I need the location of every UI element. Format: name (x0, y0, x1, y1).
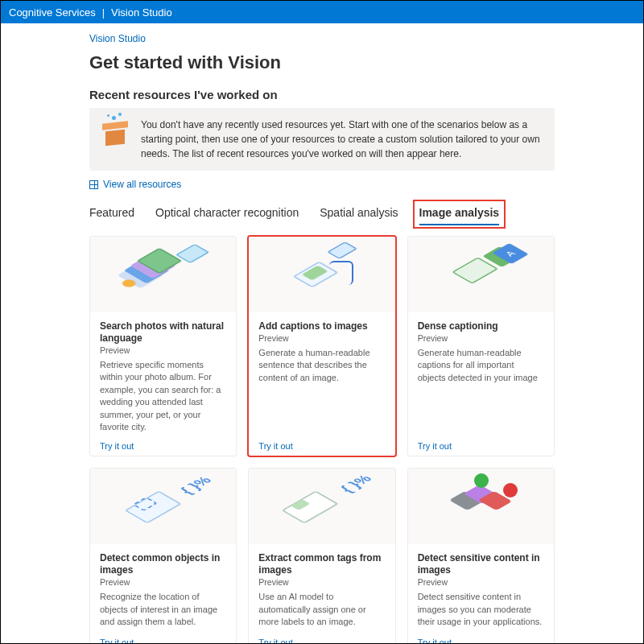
card-title: Detect common objects in images (100, 552, 226, 576)
card-title: Extract common tags from images (258, 552, 385, 576)
card-detect-sensitive[interactable]: Detect sensitive content in images Previ… (407, 468, 555, 644)
card-title: Search photos with natural language (100, 320, 226, 345)
preview-badge: Preview (418, 577, 544, 587)
empty-resources-notice: You don't have any recently used resourc… (89, 108, 555, 171)
scenario-cards: Search photos with natural language Prev… (89, 236, 555, 644)
card-title: Dense captioning (418, 320, 544, 332)
preview-badge: Preview (258, 577, 385, 587)
card-illustration: { }% (90, 469, 236, 544)
recent-heading: Recent resources I've worked on (89, 88, 555, 101)
try-it-out-link[interactable]: Try it out (418, 441, 544, 451)
tab-spatial[interactable]: Spatial analysis (320, 203, 398, 224)
card-illustration: A (408, 237, 554, 312)
separator: | (102, 6, 105, 19)
tab-ocr[interactable]: Optical character recognition (155, 203, 299, 224)
card-add-captions[interactable]: Add captions to images Preview Generate … (248, 236, 395, 456)
try-it-out-link[interactable]: Try it out (418, 638, 544, 644)
card-desc: Generate human-readable captions for all… (418, 347, 544, 433)
card-illustration (408, 469, 554, 544)
card-desc: Use an AI model to automatically assign … (258, 591, 385, 630)
preview-badge: Preview (100, 345, 226, 355)
tab-image-analysis[interactable]: Image analysis (419, 203, 500, 224)
card-desc: Generate a human-readable sentence that … (258, 347, 385, 433)
card-dense-captioning[interactable]: A Dense captioning Preview Generate huma… (407, 236, 555, 456)
grid-icon (89, 180, 98, 189)
preview-badge: Preview (258, 333, 385, 343)
card-desc: Retrieve specific moments within your ph… (100, 359, 226, 433)
card-extract-tags[interactable]: { }% Extract common tags from images Pre… (248, 468, 395, 644)
card-desc: Detect sensitive content in images so yo… (418, 591, 544, 630)
card-detect-objects[interactable]: { }% Detect common objects in images Pre… (89, 468, 237, 644)
page-title: Get started with Vision (89, 52, 555, 73)
view-all-label: View all resources (103, 179, 181, 190)
view-all-resources-link[interactable]: View all resources (89, 179, 555, 190)
card-desc: Recognize the location of objects of int… (100, 591, 226, 630)
card-search-photos[interactable]: Search photos with natural language Prev… (89, 236, 237, 456)
service-name[interactable]: Cognitive Services (9, 6, 96, 19)
studio-name[interactable]: Vision Studio (111, 6, 172, 19)
preview-badge: Preview (418, 333, 544, 343)
box-open-icon (101, 118, 130, 147)
try-it-out-link[interactable]: Try it out (100, 638, 226, 644)
card-illustration (249, 237, 394, 312)
breadcrumb[interactable]: Vision Studio (89, 23, 555, 44)
try-it-out-link[interactable]: Try it out (258, 638, 385, 644)
card-title: Add captions to images (258, 320, 385, 332)
try-it-out-link[interactable]: Try it out (100, 441, 226, 451)
card-title: Detect sensitive content in images (418, 552, 544, 576)
card-illustration (90, 237, 236, 312)
top-app-bar: Cognitive Services | Vision Studio (1, 1, 643, 23)
try-it-out-link[interactable]: Try it out (258, 441, 385, 451)
notice-text: You don't have any recently used resourc… (141, 118, 543, 161)
tab-featured[interactable]: Featured (89, 203, 134, 224)
category-tabs: Featured Optical character recognition S… (89, 203, 555, 225)
preview-badge: Preview (100, 577, 226, 587)
card-illustration: { }% (249, 469, 394, 544)
